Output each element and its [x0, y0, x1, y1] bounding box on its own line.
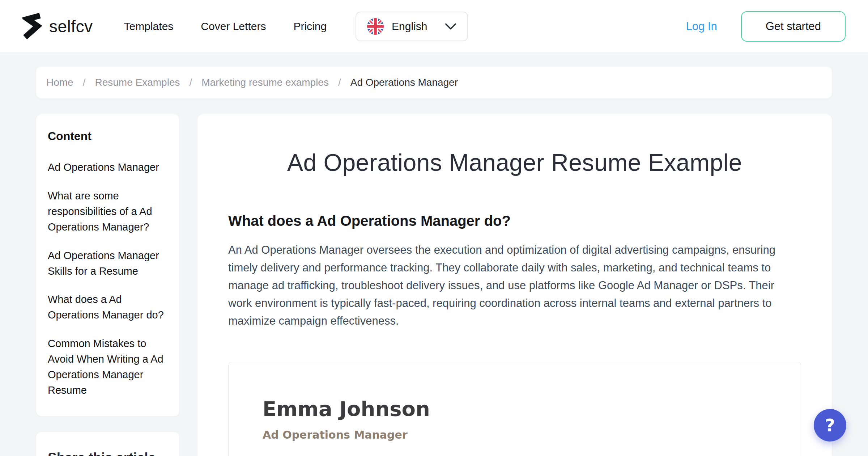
breadcrumb-home[interactable]: Home: [46, 77, 73, 88]
nav-item-cover-letters[interactable]: Cover Letters: [201, 20, 266, 33]
content-layout: Content Ad Operations Manager What are s…: [36, 114, 832, 456]
selfcv-logo[interactable]: selfcv: [22, 13, 93, 40]
selfcv-logo-icon: [22, 13, 43, 40]
section-heading: What does a Ad Operations Manager do?: [228, 213, 801, 229]
toc-item-responsibilities[interactable]: What are some responsibilities of a Ad O…: [48, 188, 168, 235]
language-selector[interactable]: English: [356, 12, 468, 41]
top-navbar: selfcv Templates Cover Letters Pricing E…: [0, 0, 868, 53]
login-link[interactable]: Log In: [686, 20, 717, 33]
share-article-title: Share this article: [48, 450, 168, 456]
page-title: Ad Operations Manager Resume Example: [228, 149, 801, 177]
nav-item-pricing[interactable]: Pricing: [293, 20, 327, 33]
resume-preview-card[interactable]: Emma Johnson Ad Operations Manager: [228, 362, 801, 456]
sidebar: Content Ad Operations Manager What are s…: [36, 114, 179, 456]
article-card: Ad Operations Manager Resume Example Wha…: [197, 114, 832, 456]
language-selected-label: English: [392, 20, 427, 33]
breadcrumb-marketing-resume-examples[interactable]: Marketing resume examples: [201, 77, 329, 88]
toc-item-what-does-do[interactable]: What does a Ad Operations Manager do?: [48, 292, 168, 323]
breadcrumb: Home / Resume Examples / Marketing resum…: [36, 67, 832, 98]
main-nav: Templates Cover Letters Pricing: [124, 20, 327, 33]
breadcrumb-current-page: Ad Operations Manager: [350, 77, 458, 88]
page-body: Home / Resume Examples / Marketing resum…: [0, 67, 868, 456]
uk-flag-icon: [367, 18, 384, 35]
get-started-button[interactable]: Get started: [741, 11, 846, 42]
question-mark-icon: ?: [825, 415, 835, 435]
toc-item-common-mistakes[interactable]: Common Mistakes to Avoid When Writing a …: [48, 336, 168, 398]
nav-item-templates[interactable]: Templates: [124, 20, 174, 33]
chevron-down-icon: [445, 23, 456, 30]
table-of-contents-card: Content Ad Operations Manager What are s…: [36, 114, 179, 416]
section-body-text: An Ad Operations Manager oversees the ex…: [228, 241, 801, 330]
breadcrumb-separator: /: [338, 77, 341, 88]
help-button[interactable]: ?: [814, 409, 846, 442]
selfcv-logo-text: selfcv: [49, 17, 93, 36]
toc-item-skills[interactable]: Ad Operations Manager Skills for a Resum…: [48, 248, 168, 279]
toc-title: Content: [48, 130, 168, 143]
resume-candidate-name: Emma Johnson: [263, 397, 767, 421]
breadcrumb-separator: /: [189, 77, 192, 88]
breadcrumb-resume-examples[interactable]: Resume Examples: [95, 77, 180, 88]
toc-item-ad-operations-manager[interactable]: Ad Operations Manager: [48, 160, 168, 175]
share-article-card: Share this article: [36, 432, 179, 456]
breadcrumb-separator: /: [83, 77, 86, 88]
resume-job-title: Ad Operations Manager: [263, 428, 767, 441]
